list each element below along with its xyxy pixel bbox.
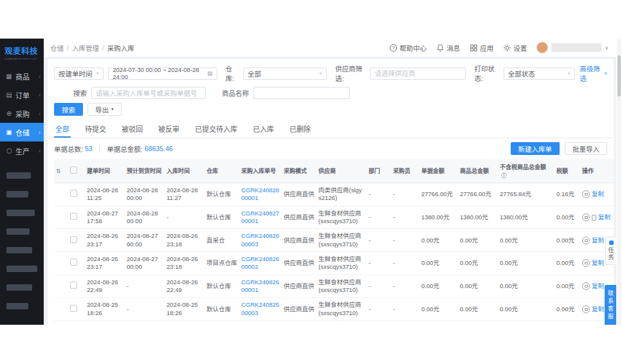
messages-action[interactable]: 消息 xyxy=(436,43,460,53)
order-number-link[interactable]: CGRK24082700001 xyxy=(241,210,279,224)
buyer-cell: - xyxy=(391,275,419,298)
breadcrumb-item[interactable]: 仓储 xyxy=(50,43,64,53)
product-name-label: 商品名称 xyxy=(222,88,249,98)
export-button[interactable]: 导出 ▾ xyxy=(87,103,122,116)
calendar-icon: ▦ xyxy=(207,70,213,77)
order-number-link[interactable]: CGRK24082500002 xyxy=(241,324,279,325)
print-icon[interactable] xyxy=(582,214,590,221)
settings-action[interactable]: 设置 xyxy=(503,43,527,53)
sidebar-item-orders[interactable]: ▤订单› xyxy=(0,86,44,104)
redacted-menu-item[interactable] xyxy=(6,284,32,291)
table-row: 2024-08-25 14:11-2024-08-25 14:11默认仓库CGR… xyxy=(54,321,614,325)
search-button[interactable]: 搜索 xyxy=(54,103,83,116)
supplier-cell: 肉类供应商(slgys2126) xyxy=(316,183,367,206)
column-header: 预计到货时间 xyxy=(125,159,165,183)
expected-cell: 2024-08-27 00:00 xyxy=(125,229,165,252)
redacted-menu-item[interactable] xyxy=(6,266,37,272)
column-header-label: 采购入库单号 xyxy=(241,168,276,174)
advanced-filter-link[interactable]: 高级筛选 ∨ xyxy=(580,64,607,83)
print-icon[interactable] xyxy=(582,282,590,290)
copy-link[interactable]: 复制 xyxy=(592,305,604,313)
print-icon[interactable] xyxy=(582,190,590,198)
tab-deleted[interactable]: 已删除 xyxy=(288,120,312,138)
expand-cell xyxy=(54,252,68,275)
avatar[interactable] xyxy=(536,42,548,53)
row-checkbox[interactable] xyxy=(70,190,77,197)
tab-review-reverted[interactable]: 被反审 xyxy=(157,120,181,138)
sidebar-item-warehouse[interactable]: ▣仓储› xyxy=(0,123,44,141)
redacted-menu-item[interactable] xyxy=(6,228,30,235)
sidebar-item-purchase[interactable]: ⊕采购› xyxy=(0,104,44,123)
redacted-menu-item[interactable] xyxy=(6,191,28,197)
copy-link[interactable]: 复制 xyxy=(592,282,604,290)
order-number-link[interactable]: CGRK24082600001 xyxy=(241,278,279,293)
task-panel-tab[interactable]: 任务 xyxy=(605,237,616,265)
printer-glyph xyxy=(585,308,588,311)
row-checkbox[interactable] xyxy=(70,259,77,266)
goods-cell: 0.00元 xyxy=(458,321,498,325)
help-action[interactable]: ?帮助中心 xyxy=(389,43,426,53)
goods-cell: 0.00元 xyxy=(458,229,498,252)
print-icon[interactable] xyxy=(582,259,590,267)
copy-link[interactable]: 复制 xyxy=(592,237,604,244)
order-number-link[interactable]: CGRK24082800001 xyxy=(241,187,279,201)
tab-inbound-done[interactable]: 已入库 xyxy=(252,120,275,138)
supplier-filter-input[interactable] xyxy=(370,68,466,80)
tab-all[interactable]: 全部 xyxy=(54,120,71,138)
select-all-checkbox[interactable] xyxy=(70,167,77,174)
apps-action[interactable]: 应用 xyxy=(470,43,493,53)
order-number-link[interactable]: CGRK24082500003 xyxy=(241,301,279,316)
sidebar-item-goods[interactable]: ▦商品› xyxy=(0,67,44,86)
document-icon[interactable] xyxy=(592,215,596,221)
tab-rejected[interactable]: 被驳回 xyxy=(120,120,144,138)
row-checkbox[interactable] xyxy=(70,282,77,289)
amount-cell: 1380.00元 xyxy=(419,206,458,229)
customer-service-ribbon[interactable]: 联系客服 xyxy=(605,285,616,325)
supplier-cell: 生鲜食材供应商(sxscqys3710) xyxy=(316,298,367,321)
sidebar-item-production[interactable]: ⬡生产› xyxy=(0,141,44,160)
copy-link[interactable]: 复制 xyxy=(598,214,610,221)
copy-link[interactable]: 复制 xyxy=(592,190,604,198)
print-status-value: 全部状态 xyxy=(508,69,535,78)
expand-all-icon[interactable]: ⇅ xyxy=(56,168,61,174)
print-icon[interactable] xyxy=(582,305,590,313)
user-menu[interactable]: ∨ xyxy=(536,42,608,53)
redacted-menu-item[interactable] xyxy=(6,303,28,309)
amount-cell: 27766.00元 xyxy=(419,183,458,206)
apps-label: 应用 xyxy=(480,43,493,53)
doc-count-value: 53 xyxy=(85,145,93,152)
order-number-link[interactable]: CGRK24082600003 xyxy=(241,232,279,247)
order-number-link[interactable]: CGRK24082600002 xyxy=(241,255,279,270)
date-range-picker[interactable]: 2024-07-30 00:00 ~ 2024-08-28 24:00 ▦ xyxy=(108,68,217,80)
product-name-input[interactable] xyxy=(253,87,350,99)
chevron-right-icon: › xyxy=(39,73,41,80)
printer-glyph xyxy=(585,262,588,264)
sidebar-item-label: 商品 xyxy=(15,71,30,82)
row-checkbox[interactable] xyxy=(70,305,77,312)
row-checkbox[interactable] xyxy=(70,236,77,243)
redacted-menu-item[interactable] xyxy=(6,210,35,216)
order-search-input[interactable] xyxy=(91,87,206,99)
tab-submitted-pending[interactable]: 已提交待入库 xyxy=(194,120,239,138)
tax-cell: 0.00元 xyxy=(554,321,580,325)
topbar-actions: ?帮助中心消息应用设置 ∨ xyxy=(389,42,608,53)
time-type-select[interactable]: 按建单时间 ∨ xyxy=(54,68,104,80)
scrollbar-thumb[interactable] xyxy=(617,55,621,96)
row-checkbox[interactable] xyxy=(70,213,77,220)
batch-import-button[interactable]: 批量导入 xyxy=(565,142,607,155)
brand-logo[interactable]: 观麦科技 GUANMAITECHNOLOGY xyxy=(0,39,44,66)
warehouse-value: 全部 xyxy=(248,69,261,78)
print-icon[interactable] xyxy=(582,237,590,244)
tab-to-submit[interactable]: 待提交 xyxy=(84,120,107,138)
info-icon[interactable]: ⓘ xyxy=(501,172,507,179)
new-inbound-button[interactable]: 新建入库单 xyxy=(511,142,560,155)
print-status-select[interactable]: 全部状态 ∨ xyxy=(504,68,575,80)
copy-link[interactable]: 复制 xyxy=(592,259,604,267)
redacted-menu-item[interactable] xyxy=(6,247,32,253)
total-amount-label: 单据总金额: xyxy=(107,144,142,154)
sidebar-item-label: 仓储 xyxy=(15,127,30,138)
redacted-menu-item[interactable] xyxy=(6,172,31,179)
warehouse-select[interactable]: 全部 ∨ xyxy=(243,68,327,80)
table-header-row: ⇅ 建单时间预计到货时间入库时间仓库采购入库单号采购模式供应商部门采购员单据金额… xyxy=(54,159,614,183)
breadcrumb-item[interactable]: 入库管理 xyxy=(72,43,99,53)
